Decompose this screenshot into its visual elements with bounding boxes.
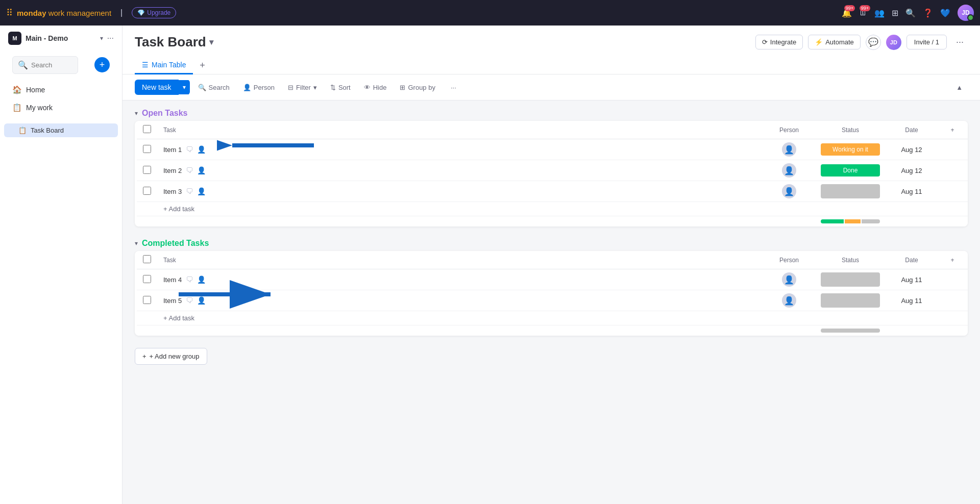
hide-button[interactable]: 👁 Hide: [359, 81, 392, 94]
board-more-button[interactable]: ···: [952, 34, 968, 51]
completed-tasks-add-col[interactable]: +: [937, 251, 968, 269]
integrate-button[interactable]: ⟳ Integrate: [755, 35, 803, 49]
add-tab-button[interactable]: +: [195, 58, 209, 72]
completed-tasks-add-task-label[interactable]: + Add task: [157, 311, 937, 325]
table-icon: ☰: [142, 61, 149, 69]
chat-button[interactable]: 💬: [866, 35, 881, 50]
completed-tasks-title: Completed Tasks: [142, 239, 209, 248]
sort-button[interactable]: ⇅ Sort: [325, 81, 356, 94]
row-3-date-cell[interactable]: Aug 11: [886, 181, 937, 202]
row-5-date-cell[interactable]: Aug 11: [886, 290, 937, 311]
top-nav: ⠿ monday work management | 💎 Upgrade 🔔 9…: [0, 0, 980, 26]
row-3-status-badge[interactable]: [821, 184, 880, 198]
row-1-task-cell: Item 1 🗨 👤: [157, 139, 764, 160]
user-avatar[interactable]: JD: [958, 5, 974, 21]
open-tasks-add-task-row[interactable]: + Add task: [136, 202, 968, 216]
home-icon: 🏠: [12, 85, 22, 94]
open-tasks-summary-row: [136, 216, 968, 227]
toolbar-more-button[interactable]: ···: [446, 81, 461, 94]
row-5-add-person-icon[interactable]: 👤: [197, 296, 206, 305]
table-row: Item 3 🗨 👤 👤 Aug 11: [136, 181, 968, 202]
new-task-main-button[interactable]: New task: [135, 80, 179, 95]
row-4-checkbox[interactable]: [143, 275, 151, 283]
row-3-checkbox[interactable]: [143, 187, 151, 195]
row-1-checkbox[interactable]: [143, 145, 151, 153]
add-new-group-button[interactable]: + + Add new group: [135, 348, 207, 365]
board-title-chevron-icon[interactable]: ▾: [209, 37, 213, 47]
automate-button[interactable]: ⚡ Automate: [808, 35, 861, 49]
table-row: Item 4 🗨 👤 👤 Aug 11: [136, 269, 968, 290]
row-4-add-person-icon[interactable]: 👤: [197, 275, 206, 284]
sidebar-add-button[interactable]: +: [94, 57, 110, 72]
row-2-status-badge[interactable]: Done: [821, 164, 880, 177]
row-3-add-cell: [937, 181, 968, 202]
completed-tasks-select-all-checkbox[interactable]: [143, 255, 151, 263]
row-4-status-badge[interactable]: [821, 272, 880, 287]
row-2-comment-icon[interactable]: 🗨: [186, 166, 193, 174]
new-task-dropdown-button[interactable]: ▾: [179, 80, 190, 94]
row-4-date-cell[interactable]: Aug 11: [886, 269, 937, 290]
invite-button[interactable]: Invite / 1: [906, 35, 947, 49]
completed-tasks-table: Task Person Status Date +: [135, 251, 968, 336]
updates-button[interactable]: 🗓 99+: [859, 8, 867, 17]
completed-tasks-add-task-row[interactable]: + Add task: [136, 311, 968, 325]
row-5-status-badge[interactable]: [821, 293, 880, 308]
global-search-button[interactable]: 🔍: [905, 8, 916, 18]
row-5-comment-icon[interactable]: 🗨: [186, 296, 193, 305]
row-1-person-avatar[interactable]: 👤: [782, 142, 796, 157]
row-4-comment-icon[interactable]: 🗨: [186, 275, 193, 284]
sidebar-item-my-work[interactable]: 📋 My work: [4, 99, 118, 116]
open-tasks-add-task-label[interactable]: + Add task: [157, 202, 937, 216]
row-3-task-name: Item 3: [163, 188, 182, 195]
row-4-person-avatar[interactable]: 👤: [782, 272, 796, 287]
sidebar-navigation: 🏠 Home 📋 My work: [0, 79, 122, 119]
open-tasks-select-all-checkbox[interactable]: [143, 125, 151, 133]
row-1-person-cell: 👤: [764, 139, 815, 160]
row-2-date-cell[interactable]: Aug 12: [886, 160, 937, 181]
search-icon: 🔍: [18, 60, 28, 70]
row-3-person-avatar[interactable]: 👤: [782, 184, 796, 198]
main-layout: M Main - Demo ▾ ··· 🔍 + 🏠 Home 📋 My work: [0, 26, 980, 504]
collapse-button[interactable]: ▲: [951, 81, 968, 94]
completed-tasks-collapse-button[interactable]: ▾: [135, 240, 138, 247]
open-tasks-add-col[interactable]: +: [937, 121, 968, 139]
notification-button[interactable]: 🔔 99+: [842, 8, 852, 18]
hide-icon: 👁: [364, 84, 371, 91]
workspace-header[interactable]: M Main - Demo ▾ ···: [0, 26, 122, 51]
sidebar-search[interactable]: 🔍: [12, 56, 78, 74]
row-1-status-cell: Working on it: [815, 139, 886, 160]
row-5-person-avatar[interactable]: 👤: [782, 293, 796, 308]
tab-main-table[interactable]: ☰ Main Table: [135, 57, 193, 74]
row-3-comment-icon[interactable]: 🗨: [186, 187, 193, 195]
table-row: Item 1 🗨 👤 👤 Working on it: [136, 139, 968, 160]
row-1-status-badge[interactable]: Working on it: [821, 143, 880, 156]
nav-icons: 🔔 99+ 🗓 99+ 👥 ⊞ 🔍 ❓ 💙 JD: [842, 5, 974, 21]
row-1-date-cell[interactable]: Aug 12: [886, 139, 937, 160]
row-2-checkbox[interactable]: [143, 166, 151, 174]
invite-people-button[interactable]: 👥: [874, 8, 885, 18]
sidebar-item-task-board[interactable]: 📋 Task Board: [4, 123, 118, 137]
content-area: Task Board ▾ ⟳ Integrate ⚡ Automate 💬 JD…: [122, 26, 980, 504]
upgrade-button[interactable]: 💎 Upgrade: [132, 7, 176, 18]
group-by-icon: ⊞: [400, 84, 405, 91]
open-tasks-collapse-button[interactable]: ▾: [135, 110, 138, 117]
row-3-person-cell: 👤: [764, 181, 815, 202]
row-5-status-cell: [815, 290, 886, 311]
person-filter-button[interactable]: 👤 Person: [238, 81, 280, 94]
logo: ⠿ monday work management: [6, 7, 111, 18]
row-1-add-person-icon[interactable]: 👤: [197, 145, 206, 154]
sidebar-search-input[interactable]: [31, 61, 72, 69]
apps-button[interactable]: ⊞: [892, 8, 898, 18]
row-2-add-person-icon[interactable]: 👤: [197, 166, 206, 174]
sidebar-item-home[interactable]: 🏠 Home: [4, 81, 118, 98]
completed-tasks-summary-bar: [821, 329, 880, 333]
row-2-person-avatar[interactable]: 👤: [782, 163, 796, 178]
filter-button[interactable]: ⊟ Filter ▾: [283, 81, 322, 94]
row-1-comment-icon[interactable]: 🗨: [186, 145, 193, 154]
group-by-button[interactable]: ⊞ Group by: [395, 81, 440, 94]
help-button[interactable]: ❓: [923, 8, 933, 18]
search-button[interactable]: 🔍 Search: [193, 81, 235, 94]
row-3-add-person-icon[interactable]: 👤: [197, 187, 206, 195]
workspace-more-icon[interactable]: ···: [107, 34, 114, 43]
row-5-checkbox[interactable]: [143, 296, 151, 304]
